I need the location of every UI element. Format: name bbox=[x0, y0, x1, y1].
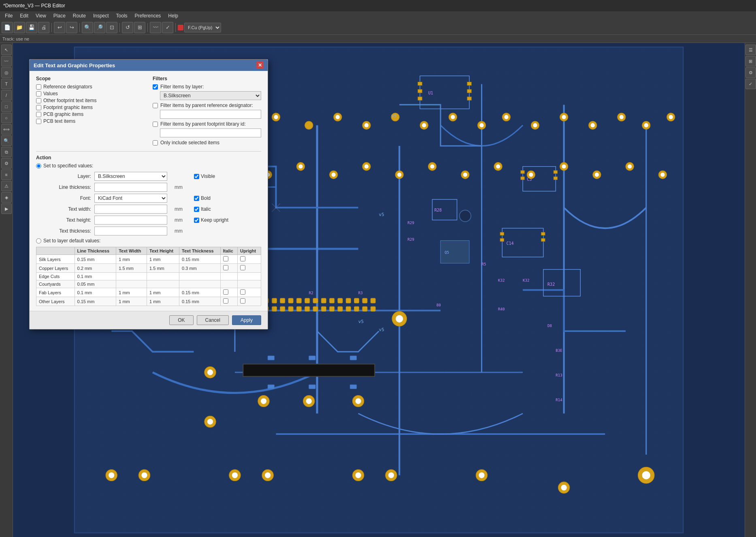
pcb-canvas[interactable]: U1 C3 C14 R28 R32 bbox=[13, 43, 745, 537]
zoom-in-button[interactable]: 🔍 bbox=[82, 22, 93, 33]
row-fab-name: Fab Layers bbox=[36, 288, 75, 297]
draw-rect-tool[interactable]: □ bbox=[1, 101, 12, 112]
menu-route[interactable]: Route bbox=[70, 12, 89, 19]
right-prop-btn[interactable]: ⚙ bbox=[745, 67, 756, 78]
svg-point-142 bbox=[109, 473, 114, 478]
parent-lib-filter-checkbox[interactable] bbox=[153, 122, 158, 127]
parent-ref-filter-input[interactable] bbox=[160, 110, 261, 119]
zoom-fit-button[interactable]: ⊡ bbox=[106, 22, 117, 33]
menu-help[interactable]: Help bbox=[165, 12, 181, 19]
row-fab-upright-check[interactable] bbox=[240, 289, 245, 295]
text-height-field[interactable]: 0.8 bbox=[94, 216, 167, 225]
3d-view[interactable]: ◈ bbox=[1, 192, 12, 203]
svg-text:R14: R14 bbox=[556, 398, 562, 402]
svg-rect-199 bbox=[280, 306, 285, 311]
select-tool[interactable]: ↖ bbox=[1, 45, 12, 55]
settings-tool[interactable]: ⚙ bbox=[1, 158, 12, 169]
visible-checkbox[interactable] bbox=[194, 174, 199, 179]
keep-upright-checkbox[interactable] bbox=[194, 218, 199, 223]
scope-pcb-text-checkbox[interactable] bbox=[36, 119, 41, 124]
new-button[interactable]: 📄 bbox=[2, 22, 13, 33]
measure-tool[interactable]: ⟺ bbox=[1, 124, 12, 135]
selected-only-label: Only include selected items bbox=[160, 140, 219, 145]
redo-button[interactable]: ↪ bbox=[66, 22, 77, 33]
route-track-tool[interactable]: 〰 bbox=[1, 56, 12, 66]
ok-button[interactable]: OK bbox=[169, 315, 193, 325]
net-inspector[interactable]: ≡ bbox=[1, 169, 12, 180]
parent-ref-filter-checkbox[interactable] bbox=[153, 103, 158, 108]
scope-ref-checkbox[interactable] bbox=[36, 84, 41, 90]
table-row-other: Other Layers 0.15 mm 1 mm 1 mm 0.15 mm bbox=[36, 297, 261, 306]
row-edge-width bbox=[116, 273, 147, 280]
drc-button[interactable]: ✓ bbox=[162, 22, 173, 33]
grid-button[interactable]: ⊞ bbox=[134, 22, 145, 33]
font-field[interactable]: KiCad Font bbox=[94, 194, 167, 203]
right-layers-btn[interactable]: ☰ bbox=[745, 45, 756, 55]
right-net-btn[interactable]: ⊞ bbox=[745, 56, 756, 66]
set-specified-radio[interactable] bbox=[36, 163, 41, 169]
row-copper-upright-check[interactable] bbox=[240, 265, 245, 270]
menu-file[interactable]: File bbox=[2, 12, 16, 19]
scope-pcb-graphic-checkbox[interactable] bbox=[36, 112, 41, 117]
svg-point-150 bbox=[642, 471, 650, 479]
svg-rect-92 bbox=[554, 177, 557, 180]
selected-only-checkbox[interactable] bbox=[153, 140, 158, 145]
scope-fp-graphic-checkbox[interactable] bbox=[36, 105, 41, 110]
title-bar: *Demonte_V3 — PCB Editor bbox=[0, 0, 756, 11]
text-height-unit: mm bbox=[175, 217, 191, 223]
text-thickness-field[interactable]: 0.12 bbox=[94, 227, 167, 235]
inspect-tool[interactable]: 🔍 bbox=[1, 135, 12, 146]
italic-checkbox[interactable] bbox=[194, 207, 199, 212]
bold-checkbox[interactable] bbox=[194, 196, 199, 201]
layer-field[interactable]: B.Silkscreen bbox=[94, 172, 167, 181]
refresh-button[interactable]: ↺ bbox=[122, 22, 133, 33]
row-other-italic-check[interactable] bbox=[223, 298, 228, 304]
draw-circle-tool[interactable]: ○ bbox=[1, 113, 12, 123]
row-fab-italic-check[interactable] bbox=[223, 289, 228, 295]
draw-line-tool[interactable]: / bbox=[1, 90, 12, 101]
svg-point-228 bbox=[396, 315, 403, 322]
menu-tools[interactable]: Tools bbox=[113, 12, 131, 19]
edit-text-dialog: Edit Text and Graphic Properties ✕ Scope bbox=[29, 59, 268, 329]
menu-preferences[interactable]: Preferences bbox=[132, 12, 164, 19]
dialog-close-button[interactable]: ✕ bbox=[256, 62, 264, 69]
zoom-out-button[interactable]: 🔎 bbox=[94, 22, 105, 33]
parent-lib-filter-input[interactable] bbox=[160, 128, 261, 137]
row-silk-italic-check[interactable] bbox=[223, 256, 228, 261]
row-copper-italic-check[interactable] bbox=[223, 265, 228, 270]
menu-view[interactable]: View bbox=[32, 12, 49, 19]
menu-edit[interactable]: Edit bbox=[17, 12, 32, 19]
menu-place[interactable]: Place bbox=[50, 12, 69, 19]
row-other-line: 0.15 mm bbox=[75, 297, 116, 306]
design-rule[interactable]: ⚠ bbox=[1, 181, 12, 191]
add-text-tool[interactable]: T bbox=[1, 79, 12, 89]
row-other-upright-check[interactable] bbox=[240, 298, 245, 304]
layer-filter-checkbox[interactable] bbox=[153, 84, 158, 90]
cancel-button[interactable]: Cancel bbox=[197, 315, 229, 325]
route-button[interactable]: 〰 bbox=[150, 22, 161, 33]
row-silk-upright-check[interactable] bbox=[240, 256, 245, 261]
table-row-fab: Fab Layers 0.1 mm 1 mm 1 mm 0.15 mm bbox=[36, 288, 261, 297]
print-button[interactable]: 🖨 bbox=[38, 22, 49, 33]
set-specified-label: Set to specified values: bbox=[43, 163, 93, 169]
layers-panel[interactable]: ⧉ bbox=[1, 147, 12, 157]
add-via-tool[interactable]: ◎ bbox=[1, 67, 12, 78]
right-design-btn[interactable]: ✓ bbox=[745, 79, 756, 89]
open-button[interactable]: 📁 bbox=[14, 22, 25, 33]
svg-rect-89 bbox=[521, 171, 524, 173]
scope-values-checkbox[interactable] bbox=[36, 91, 41, 96]
row-edge-height bbox=[147, 273, 179, 280]
apply-button[interactable]: Apply bbox=[232, 315, 261, 325]
undo-button[interactable]: ↩ bbox=[54, 22, 65, 33]
scope-other-fp-text-checkbox[interactable] bbox=[36, 98, 41, 103]
line-thickness-field[interactable]: -- leave unchanged -- bbox=[94, 183, 167, 192]
layer-selector[interactable]: F.Cu (PgUp) bbox=[184, 23, 221, 32]
svg-point-132 bbox=[364, 165, 368, 169]
scripting[interactable]: ▶ bbox=[1, 203, 12, 214]
set-layer-default-radio[interactable] bbox=[36, 238, 41, 244]
set-layer-default-row: Set to layer default values: bbox=[36, 238, 261, 244]
menu-inspect[interactable]: Inspect bbox=[90, 12, 112, 19]
text-width-field[interactable]: 0.8 bbox=[94, 205, 167, 214]
save-button[interactable]: 💾 bbox=[26, 22, 37, 33]
layer-filter-select[interactable]: B.Silkscreen bbox=[160, 91, 261, 100]
